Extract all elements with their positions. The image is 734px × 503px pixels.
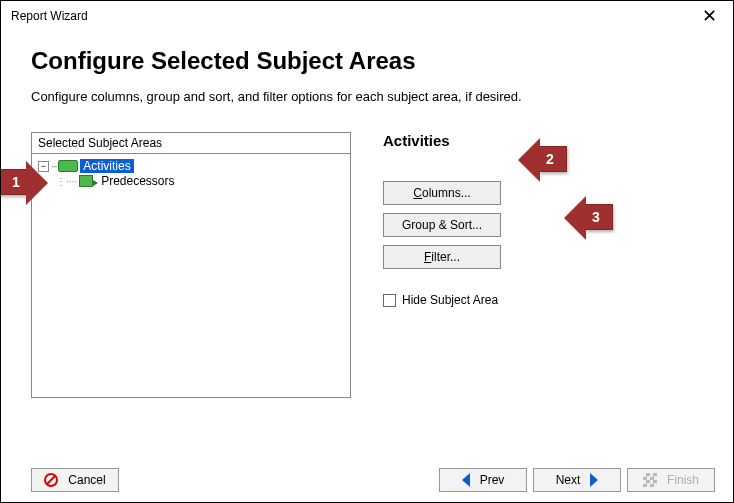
finish-icon	[643, 473, 657, 487]
columns-button[interactable]: Columns...	[383, 181, 501, 205]
arrow-left-icon	[462, 473, 470, 487]
content-area: Configure Selected Subject Areas Configu…	[1, 27, 733, 398]
tree-header: Selected Subject Areas	[31, 132, 351, 154]
close-icon[interactable]: ✕	[696, 5, 723, 27]
group-sort-button[interactable]: Group & Sort...	[383, 213, 501, 237]
hide-subject-area-checkbox[interactable]	[383, 294, 396, 307]
arrow-right-icon	[590, 473, 598, 487]
wizard-button-bar: Cancel Prev Next Finish	[31, 468, 715, 492]
tree-label-activities: Activities	[80, 159, 133, 173]
next-button[interactable]: Next	[533, 468, 621, 492]
next-label: ext	[564, 473, 580, 487]
hide-subject-area-row[interactable]: Hide Subject Area	[383, 293, 501, 307]
predecessors-icon	[79, 175, 93, 187]
right-panel: Activities Columns... Group & Sort... Fi…	[383, 132, 501, 398]
finish-button: Finish	[627, 468, 715, 492]
group-sort-label: Group & Sort...	[402, 218, 482, 232]
selected-area-title: Activities	[383, 132, 501, 149]
tree-node-predecessors[interactable]: ⋮···· Predecessors	[56, 174, 344, 188]
activities-icon	[58, 160, 78, 172]
subject-area-tree[interactable]: − ··· Activities ⋮···· Predecessors	[31, 154, 351, 398]
window-title: Report Wizard	[11, 9, 88, 23]
finish-label: Finish	[667, 473, 699, 487]
cancel-label: Cancel	[68, 473, 105, 487]
main-area: Selected Subject Areas − ··· Activities …	[31, 132, 703, 398]
prev-label: rev	[488, 473, 505, 487]
tree-connector: ···	[51, 161, 56, 172]
prev-button[interactable]: Prev	[439, 468, 527, 492]
titlebar: Report Wizard ✕	[1, 1, 733, 27]
nav-buttons: Prev Next Finish	[439, 468, 715, 492]
hide-subject-area-label: Hide Subject Area	[402, 293, 498, 307]
tree-child-connector: ⋮····	[56, 176, 77, 187]
tree-collapse-icon[interactable]: −	[38, 161, 49, 172]
filter-label: ilter...	[431, 250, 460, 264]
subject-area-panel: Selected Subject Areas − ··· Activities …	[31, 132, 351, 398]
tree-label-predecessors: Predecessors	[101, 174, 174, 188]
page-heading: Configure Selected Subject Areas	[31, 47, 703, 75]
tree-node-activities[interactable]: − ··· Activities	[38, 159, 344, 173]
config-buttons: Columns... Group & Sort... Filter...	[383, 181, 501, 269]
page-subtitle: Configure columns, group and sort, and f…	[31, 89, 703, 104]
cancel-button[interactable]: Cancel	[31, 468, 119, 492]
filter-button[interactable]: Filter...	[383, 245, 501, 269]
cancel-icon	[44, 473, 58, 487]
columns-label: olumns...	[422, 186, 471, 200]
